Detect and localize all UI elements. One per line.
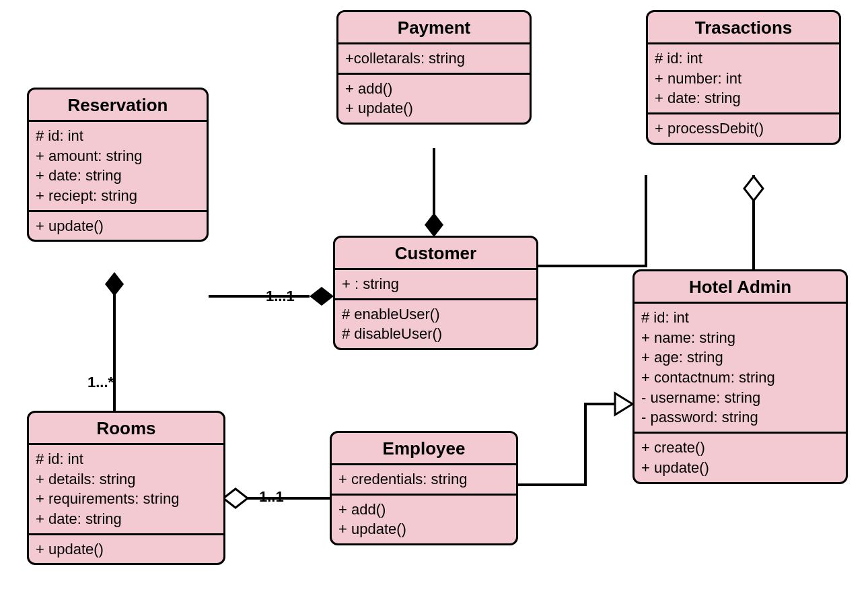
svg-marker-1 [105,272,124,296]
attr: # id: int [655,48,832,69]
method: + update() [338,519,509,539]
method: + add() [345,79,523,99]
attr: + contactnum: string [641,368,839,388]
attr: + amount: string [36,146,200,166]
class-reservation: Reservation # id: int + amount: string +… [27,88,209,242]
attr: + credentials: string [338,469,509,490]
attributes: # id: int + name: string + age: string +… [635,304,846,434]
attr: + name: string [641,328,839,348]
class-title: Customer [335,238,536,270]
attr: + : string [342,274,530,294]
class-title: Employee [332,433,516,465]
class-title: Hotel Admin [635,271,846,304]
attr: # id: int [36,449,217,469]
svg-marker-4 [425,213,443,237]
class-title: Rooms [29,413,223,445]
attr: +colletarals: string [345,48,523,69]
method: # disableUser() [342,324,530,344]
attributes: +colletarals: string [338,44,530,75]
attributes: + : string [335,270,536,300]
svg-marker-6 [744,176,763,201]
class-payment: Payment +colletarals: string + add() + u… [336,10,532,125]
methods: + update() [29,212,207,240]
attr: # id: int [641,308,839,328]
class-hoteladmin: Hotel Admin # id: int + name: string + a… [632,269,848,484]
method: + create() [641,438,839,458]
attr: + date: string [655,88,832,108]
method: + update() [345,98,523,119]
svg-marker-9 [223,489,248,508]
attributes: # id: int + details: string + requiremen… [29,445,223,535]
class-employee: Employee + credentials: string + add() +… [330,431,518,545]
methods: + add() + update() [332,496,516,543]
class-customer: Customer + : string # enableUser() # dis… [333,236,538,350]
attr: + reciept: string [36,186,200,206]
method: + processDebit() [655,119,832,139]
methods: + create() + update() [635,434,846,481]
multiplicity-res-cust: 1...1 [266,288,295,305]
multiplicity-res-rooms: 1...* [87,374,114,391]
attributes: # id: int + number: int + date: string [648,44,839,114]
class-title: Payment [338,12,530,44]
attr: + details: string [36,469,217,490]
class-transactions: Trasactions # id: int + number: int + da… [646,10,841,145]
svg-marker-2 [310,287,334,306]
attr: + date: string [36,509,217,529]
class-title: Reservation [29,90,207,122]
methods: + update() [29,535,223,564]
method: + update() [36,216,200,236]
methods: # enableUser() # disableUser() [335,300,536,348]
attributes: + credentials: string [332,465,516,496]
attr: + requirements: string [36,489,217,509]
methods: + processDebit() [648,114,839,143]
method: # enableUser() [342,304,530,325]
attributes: # id: int + amount: string + date: strin… [29,122,207,212]
multiplicity-rooms-emp: 1..1 [259,488,284,506]
method: + update() [641,458,839,478]
attr: + age: string [641,347,839,368]
svg-marker-7 [615,393,632,415]
method: + update() [36,539,217,560]
class-title: Trasactions [648,12,839,44]
attr: # id: int [36,126,200,146]
class-rooms: Rooms # id: int + details: string + requ… [27,411,225,565]
attr: - username: string [641,388,839,408]
method: + add() [338,500,509,520]
attr: - password: string [641,407,839,428]
methods: + add() + update() [338,75,530,123]
attr: + number: int [655,69,832,89]
attr: + date: string [36,166,200,186]
uml-canvas: Reservation # id: int + amount: string +… [0,0,868,606]
